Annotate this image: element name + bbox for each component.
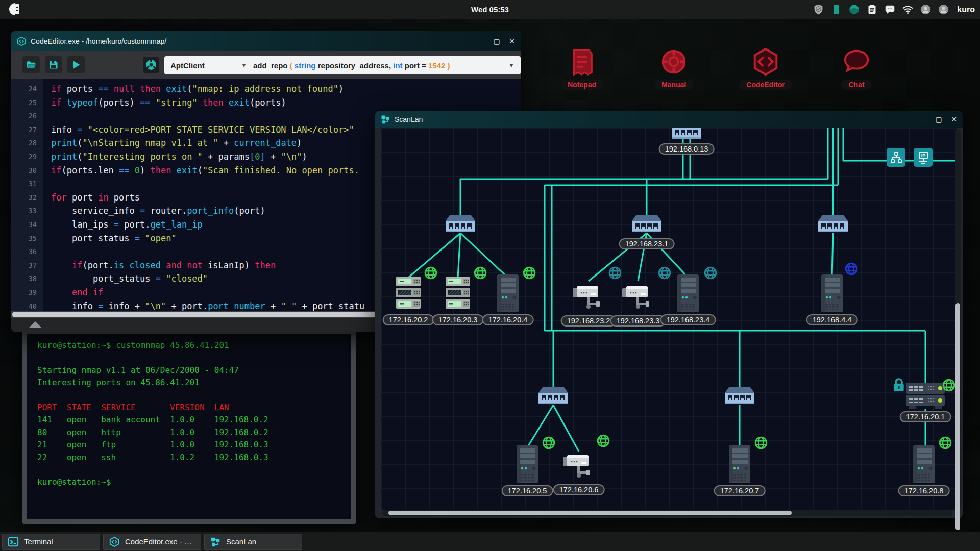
desktop-icon-codeeditor[interactable]: CodeEditor — [738, 46, 794, 90]
line-number: 33 — [11, 204, 37, 218]
line-number: 39 — [11, 286, 37, 299]
ip-label: 172.16.20.2 — [383, 314, 434, 325]
ip-label: 172.16.20.5 — [502, 485, 553, 496]
switch-icon — [818, 215, 848, 234]
network-node-192.168.23.1[interactable] — [632, 215, 662, 234]
desktop-icon-chat[interactable]: Chat — [828, 46, 885, 90]
shield-check-icon[interactable] — [813, 4, 824, 15]
network-tree-button[interactable] — [887, 148, 905, 167]
scanlan-titlebar-icon — [380, 114, 390, 124]
line-number: 30 — [11, 164, 37, 178]
open-file-button[interactable] — [22, 56, 40, 73]
username-label: kuro — [957, 5, 975, 14]
scroll-up-arrow[interactable] — [29, 321, 42, 328]
taskbar-item-scanlan[interactable]: ScanLan — [204, 534, 302, 550]
scanlan-window-controls: – ▢ ✕ — [920, 111, 958, 128]
terminal-line: 80 open http 1.0.0 192.168.0.2 — [37, 427, 351, 439]
network-node-172.16.20.7[interactable] — [728, 445, 751, 483]
clipboard-icon[interactable] — [867, 4, 877, 15]
desktop-icon-notepad[interactable]: Notepad — [554, 46, 610, 90]
user-avatar-icon[interactable] — [938, 4, 949, 15]
minimize-button[interactable]: – — [920, 115, 927, 123]
network-node-172.16.20.1[interactable] — [905, 381, 946, 410]
codeeditor-titlebar-icon — [16, 36, 27, 46]
desktop: Wed 05:53 kuro NotepadManualCodeEditorCh… — [0, 0, 980, 551]
scanlan-horizontal-scrollbar[interactable] — [382, 510, 952, 516]
code-line[interactable]: 24if ports == null then exit("nmap: ip a… — [11, 82, 521, 96]
minimize-button[interactable]: – — [478, 37, 485, 45]
tower-icon — [676, 274, 700, 312]
codeeditor-titlebar[interactable]: CodeEditor.exe - /home/kuro/customnmap/ … — [11, 31, 521, 51]
network-node-192.168.23.3[interactable] — [622, 284, 654, 309]
messages-icon[interactable] — [885, 4, 895, 15]
camera-icon — [622, 284, 654, 309]
wifi-icon[interactable] — [902, 4, 913, 15]
network-node-172.16.20.2[interactable] — [395, 277, 422, 310]
ip-label: 172.16.20.7 — [714, 485, 766, 496]
library-logo-button[interactable] — [143, 57, 159, 73]
terminal-line: Interesting ports on 45.86.41.201 — [37, 377, 351, 389]
ip-label: 172.16.20.1 — [900, 411, 951, 422]
appliance-icon — [905, 381, 946, 410]
network-node-switch[interactable] — [818, 215, 848, 234]
scanlan-icon — [210, 536, 221, 547]
close-button[interactable]: ✕ — [950, 115, 958, 123]
close-button[interactable]: ✕ — [508, 37, 516, 45]
taskbar-item-terminal[interactable]: Terminal — [2, 534, 100, 550]
maximize-button[interactable]: ▢ — [493, 37, 500, 45]
rack-icon — [395, 277, 422, 310]
internet-globe-icon — [523, 266, 536, 282]
run-script-button[interactable] — [67, 56, 85, 73]
function-signature-dropdown[interactable]: add_repo ( string repository_address, in… — [247, 56, 521, 74]
internet-globe-icon — [542, 436, 555, 452]
function-signature: add_repo ( string repository_address, in… — [253, 61, 450, 70]
user-avatar-icon[interactable] — [920, 4, 931, 15]
network-node-192.168.4.4[interactable] — [820, 274, 844, 312]
terminal-line: kuro@station:~$ customnmap 45.86.41.201 — [37, 339, 351, 352]
save-file-button[interactable] — [45, 56, 62, 73]
line-number: 32 — [11, 191, 37, 205]
line-number: 28 — [11, 136, 37, 150]
terminal-window[interactable]: kuro@station:~$ customnmap 45.86.41.201 … — [22, 329, 356, 524]
network-tree-icon — [890, 151, 903, 164]
tower-icon — [496, 274, 520, 312]
line-number: 38 — [11, 272, 37, 286]
network-node-switch[interactable] — [725, 387, 754, 406]
terminal-line: 22 open ssh 1.0.2 192.168.0.3 — [37, 452, 351, 464]
network-node-172.16.20.4[interactable] — [496, 274, 520, 312]
internet-globe-icon — [424, 266, 437, 282]
scanlan-window: ScanLan – ▢ ✕ 192.168.0.13192.168.23.117… — [375, 111, 963, 518]
system-tray: kuro — [813, 0, 975, 19]
network-node-172.16.20.5[interactable] — [516, 445, 539, 483]
codeeditor-icon — [750, 46, 781, 78]
network-map[interactable]: 192.168.0.13192.168.23.1172.16.20.2172.1… — [381, 128, 957, 510]
internet-globe-icon — [597, 434, 610, 449]
scanlan-vertical-scrollbar[interactable] — [955, 130, 961, 509]
scanlan-titlebar[interactable]: ScanLan – ▢ ✕ — [375, 111, 963, 128]
network-node-192.168.23.2[interactable] — [573, 284, 604, 309]
battery-icon[interactable] — [831, 4, 842, 15]
network-node-172.16.20.3[interactable] — [444, 277, 472, 310]
code-line[interactable]: 25if typeof(ports) == "string" then exit… — [11, 96, 521, 110]
taskbar-item-codeeditor[interactable]: CodeEditor.exe - … — [103, 534, 201, 550]
desktop-icon-label: Chat — [841, 80, 871, 90]
terminal-output[interactable]: kuro@station:~$ customnmap 45.86.41.201 … — [27, 334, 351, 519]
network-node-172.16.20.6[interactable] — [563, 453, 595, 478]
network-node-switch[interactable] — [446, 215, 475, 234]
internet-globe-icon — [845, 262, 858, 278]
network-node-192.168.23.4[interactable] — [676, 274, 700, 312]
library-dropdown[interactable]: AptClient ▼ — [164, 56, 253, 74]
taskbar: TerminalCodeEditor.exe - …ScanLan — [0, 532, 980, 551]
top-status-bar: Wed 05:53 kuro — [0, 0, 980, 19]
internet-globe-icon — [608, 266, 622, 282]
desktop-icon-manual[interactable]: Manual — [646, 46, 702, 90]
network-node-192.168.0.13[interactable] — [672, 128, 701, 140]
chevron-down-icon: ▼ — [241, 62, 247, 69]
network-node-switch[interactable] — [538, 387, 568, 406]
network-node-172.16.20.8[interactable] — [912, 445, 936, 483]
status-dot-icon[interactable] — [849, 4, 860, 15]
maximize-button[interactable]: ▢ — [935, 115, 942, 123]
line-number: 25 — [11, 96, 37, 110]
ip-scan-button[interactable] — [914, 148, 933, 167]
ip-label: 192.168.23.3 — [610, 315, 666, 327]
